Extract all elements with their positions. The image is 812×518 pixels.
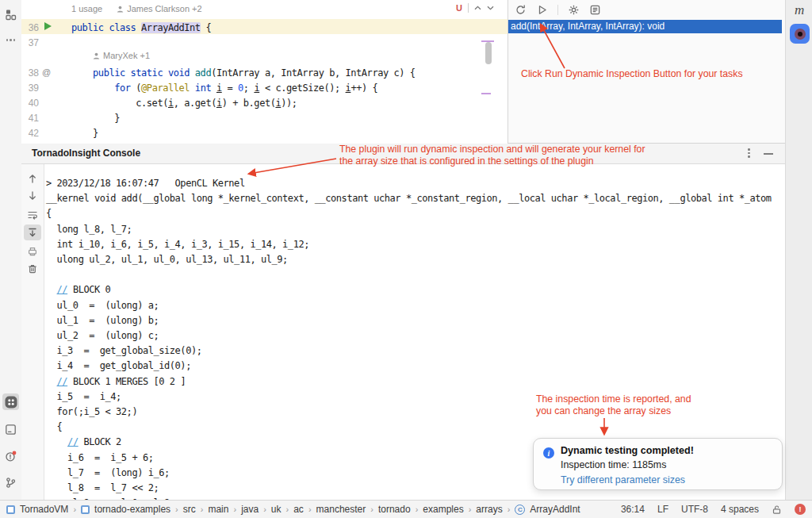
more-tool-windows-icon[interactable]	[2, 32, 19, 48]
console-line-comment: // BLOCK 2	[46, 435, 121, 450]
ide-window: 36 37 38 39 40 41 42 @ 1 usage James Cla…	[0, 0, 812, 518]
breadcrumb-separator: ›	[370, 505, 373, 514]
code-line-38: public static void add(IntArray a, IntAr…	[71, 66, 416, 81]
indent-size[interactable]: 4 spaces	[721, 504, 759, 515]
code-text: < c.getSize();	[259, 82, 345, 94]
usage-count[interactable]: 1 usage	[71, 4, 102, 14]
file-encoding[interactable]: UTF-8	[681, 504, 708, 515]
caret-position[interactable]: 36:14	[621, 504, 645, 515]
breadcrumb-separator: ›	[73, 505, 76, 514]
breadcrumb-item[interactable]: uk	[271, 504, 282, 515]
code-text: c.set(	[71, 98, 168, 109]
separator	[468, 3, 469, 13]
chevron-up-icon[interactable]	[474, 6, 481, 10]
breadcrumb-separator: ›	[201, 505, 204, 514]
author-icon	[117, 6, 124, 13]
breadcrumb-separator: ›	[263, 505, 266, 514]
console-line-comment: // BLOCK 1 MERGES [0 2 ]	[46, 374, 186, 389]
refresh-icon[interactable]	[515, 4, 527, 16]
code-editor[interactable]: 36 37 38 39 40 41 42 @ 1 usage James Cla…	[21, 0, 508, 144]
up-arrow-icon[interactable]	[24, 171, 41, 186]
console-options-icon[interactable]	[748, 148, 750, 158]
scroll-to-end-icon[interactable]	[24, 224, 41, 240]
author-annotation[interactable]: MaryXek +1	[103, 51, 150, 61]
clear-console-icon[interactable]	[24, 261, 41, 277]
usages-inlay[interactable]: 1 usage James Clarkson +2	[71, 4, 202, 14]
author-inlay[interactable]: MaryXek +1	[93, 51, 150, 61]
chevron-down-icon[interactable]	[487, 6, 494, 10]
problems-icon[interactable]	[2, 448, 19, 465]
terminal-icon[interactable]	[2, 421, 19, 438]
code-text: }	[71, 128, 98, 139]
line-number: 36	[21, 21, 39, 36]
project-icon[interactable]	[2, 6, 19, 23]
down-arrow-icon[interactable]	[24, 188, 41, 204]
console-line: i_5 = i_4;	[46, 389, 121, 405]
breadcrumb-item[interactable]: examples	[423, 504, 463, 515]
block-link[interactable]: //	[57, 376, 68, 387]
console-hint-annotation-line2: the array size that is configured in the…	[339, 155, 594, 167]
settings-gear-icon[interactable]	[568, 4, 580, 16]
breadcrumb-separator: ›	[286, 505, 289, 514]
breadcrumb-item[interactable]: ArrayAddInt	[530, 504, 580, 515]
module-icon	[81, 505, 90, 514]
task-list-icon[interactable]	[589, 4, 601, 16]
code-text: ;	[243, 82, 255, 94]
breadcrumb-item[interactable]: TornadoVM	[20, 504, 68, 515]
run-class-gutter-icon[interactable]	[44, 22, 52, 30]
annotation-gutter-icon: @	[42, 67, 51, 77]
breadcrumb-item[interactable]: ac	[293, 504, 304, 515]
run-hint-annotation: Click Run Dynamic Inspection Button for …	[521, 68, 743, 79]
author-annotation[interactable]: James Clarkson +2	[127, 4, 201, 14]
run-dynamic-inspection-icon[interactable]	[536, 4, 548, 16]
keyword: public static void	[71, 67, 195, 79]
console-line: long l_8, l_7;	[46, 222, 132, 237]
breadcrumb-item[interactable]: arrays	[476, 504, 502, 515]
indent	[71, 82, 114, 94]
code-text: , a.get(	[174, 98, 216, 109]
error-notification-icon[interactable]: !	[795, 504, 806, 515]
line-number: 38	[21, 66, 39, 81]
breadcrumb-item[interactable]: tornado-examples	[94, 504, 170, 515]
breadcrumb-item[interactable]: main	[208, 504, 228, 515]
recording-indicator-icon	[790, 24, 810, 44]
tornadoinsight-toolbar	[515, 3, 601, 16]
code-text: ));	[281, 98, 297, 109]
print-icon[interactable]	[24, 244, 41, 259]
code-line-39: for (@Parallel int i = 0; i < c.getSize(…	[71, 81, 377, 96]
notification-popup: i Dynamic testing completed! Inspection …	[533, 438, 783, 490]
code-text: {	[201, 22, 212, 33]
minimize-icon[interactable]	[764, 153, 773, 155]
status-bar: TornadoVM › tornado-examples › src › mai…	[0, 500, 812, 518]
variable: i	[168, 98, 174, 109]
breadcrumb-separator: ›	[416, 505, 419, 514]
editor-scrollbar[interactable]	[485, 42, 492, 64]
line-ending[interactable]: LF	[657, 504, 668, 515]
console-line: ulong ul_2, ul_1, ul_0, ul_13, ul_11, ul…	[46, 252, 288, 267]
block-link[interactable]: //	[57, 284, 68, 295]
git-branch-icon[interactable]	[2, 474, 19, 491]
vcs-status-badge[interactable]: U	[456, 2, 462, 13]
class-name: ArrayAddInt	[141, 22, 201, 33]
console-line: __kernel void add(__global long *_kernel…	[46, 191, 772, 206]
console-line-comment: // BLOCK 0	[46, 282, 110, 297]
result-hint-annotation-line1: The inspection time is reported, and	[536, 393, 691, 405]
info-icon: i	[543, 447, 554, 459]
lock-icon[interactable]	[772, 505, 782, 515]
variable: i	[216, 98, 222, 109]
breadcrumb-item[interactable]: src	[183, 504, 196, 515]
try-parameter-sizes-link[interactable]: Try different parameter sizes	[561, 474, 685, 485]
line-number: 39	[21, 81, 39, 96]
console-line: ul_1 = (ulong) b;	[46, 313, 159, 328]
keyword: int	[190, 82, 216, 94]
breadcrumb-item[interactable]: manchester	[316, 504, 366, 515]
console-line: {	[46, 420, 62, 435]
method-name: add	[195, 67, 211, 79]
breadcrumb-item[interactable]: java	[241, 504, 259, 515]
inspected-method-row[interactable]: add(IntArray, IntArray, IntArray): void	[508, 20, 782, 33]
block-link[interactable]: //	[67, 436, 79, 447]
breadcrumb-item[interactable]: tornado	[378, 504, 411, 515]
soft-wrap-icon[interactable]	[24, 207, 41, 223]
tornadoinsight-plugin-icon[interactable]	[2, 393, 19, 410]
code-line-40: c.set(i, a.get(i) + b.get(i));	[71, 96, 297, 111]
